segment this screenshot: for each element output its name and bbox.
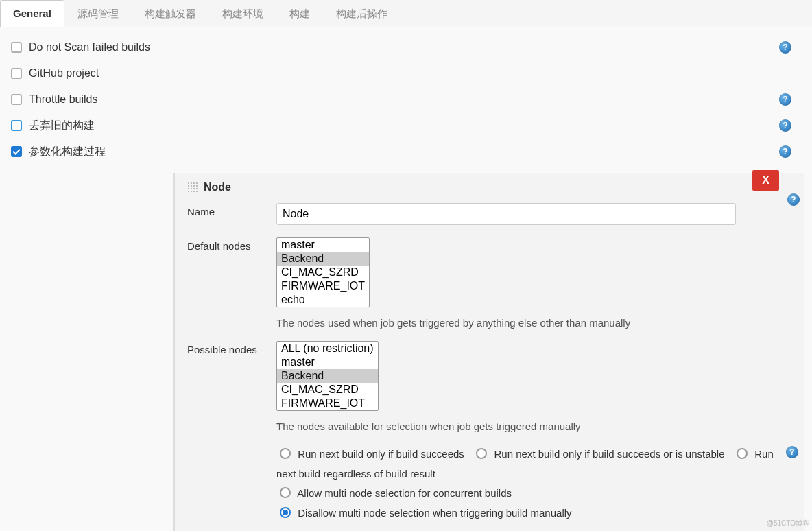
checkbox-discard-old[interactable] <box>11 120 22 131</box>
drag-handle-icon[interactable] <box>187 182 198 193</box>
default-nodes-desc: The nodes used when job gets triggered b… <box>276 317 779 329</box>
help-icon[interactable]: ? <box>779 93 791 106</box>
help-icon[interactable]: ? <box>779 41 791 54</box>
block-title: Node <box>204 181 231 193</box>
option-label: 丢弃旧的构建 <box>29 119 95 133</box>
tab-postbuild[interactable]: 构建后操作 <box>323 0 401 27</box>
option-throttle-builds: Throttle builds ? <box>8 86 804 113</box>
possible-nodes-desc: The nodes available for selection when j… <box>276 421 779 432</box>
row-name: Name <box>187 203 779 225</box>
checkbox-github-project[interactable] <box>11 68 22 79</box>
row-possible-nodes: Possible nodes ALL (no restriction)maste… <box>187 341 779 432</box>
next-build-radios: ? Run next build only if build succeeds … <box>276 445 779 523</box>
possible-nodes-select[interactable]: ALL (no restriction)masterBackendCI_MAC_… <box>276 341 379 411</box>
option-label: GitHub project <box>29 67 99 80</box>
radio-label: Run next build only if build succeeds or… <box>494 448 725 460</box>
label-default-nodes: Default nodes <box>187 237 276 252</box>
delete-button[interactable]: X <box>752 170 779 191</box>
checkbox-do-not-scan[interactable] <box>11 42 22 53</box>
option-github-project: GitHub project <box>8 60 804 86</box>
radio-allow-multi[interactable] <box>280 487 291 498</box>
radio-label: Allow multi node selection for concurren… <box>297 487 512 499</box>
option-do-not-scan: Do not Scan failed builds ? <box>8 34 804 60</box>
option-label: Throttle builds <box>29 93 98 106</box>
tab-scm[interactable]: 源码管理 <box>64 0 132 27</box>
option-discard-old: 丢弃旧的构建 ? <box>8 113 804 139</box>
watermark: @51CTO博客 <box>767 519 809 528</box>
general-section: Do not Scan failed builds ? GitHub proje… <box>0 27 812 531</box>
tab-triggers[interactable]: 构建触发器 <box>132 0 209 27</box>
radio-succeeds-unstable[interactable] <box>476 448 487 459</box>
tab-env[interactable]: 构建环境 <box>209 0 276 27</box>
help-icon[interactable]: ? <box>779 145 791 158</box>
help-icon[interactable]: ? <box>779 119 791 132</box>
block-header: Node <box>187 181 779 193</box>
checkbox-parameterized[interactable] <box>11 146 22 157</box>
radio-label: Run next build only if build succeeds <box>298 448 464 460</box>
tab-build[interactable]: 构建 <box>276 0 323 27</box>
tab-general[interactable]: General <box>0 0 64 27</box>
radio-label: Disallow multi node selection when trigg… <box>298 507 571 519</box>
radio-regardless[interactable] <box>737 448 748 459</box>
checkbox-throttle-builds[interactable] <box>11 94 22 105</box>
name-input[interactable] <box>276 203 736 225</box>
config-tabs: General 源码管理 构建触发器 构建环境 构建 构建后操作 <box>0 0 812 27</box>
help-icon[interactable]: ? <box>787 193 800 206</box>
option-parameterized: 参数化构建过程 ? <box>8 139 804 165</box>
default-nodes-select[interactable]: masterBackendCI_MAC_SZRDFIRMWARE_IOTecho <box>276 237 370 307</box>
option-label: 参数化构建过程 <box>29 145 106 159</box>
label-name: Name <box>187 203 276 217</box>
radio-disallow-multi[interactable] <box>280 507 291 518</box>
row-default-nodes: Default nodes masterBackendCI_MAC_SZRDFI… <box>187 237 779 329</box>
help-icon[interactable]: ? <box>786 446 798 458</box>
label-possible-nodes: Possible nodes <box>187 341 276 355</box>
radio-succeeds[interactable] <box>280 448 291 459</box>
option-label: Do not Scan failed builds <box>29 41 150 54</box>
node-parameter-block: X ? Node Name Default nodes masterBacken… <box>173 173 804 531</box>
